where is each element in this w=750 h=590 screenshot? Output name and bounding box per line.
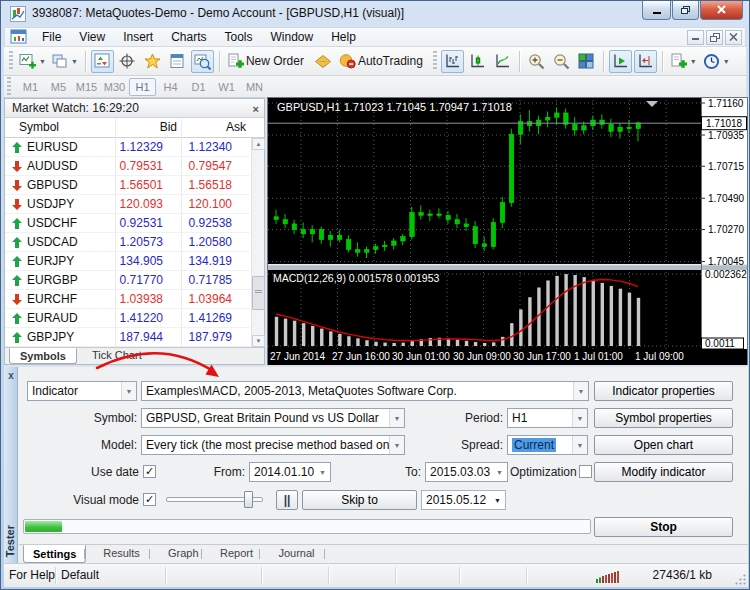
timeframe-m5[interactable]: M5 xyxy=(45,78,72,96)
menu-view[interactable]: View xyxy=(70,28,114,46)
tab-symbols[interactable]: Symbols xyxy=(9,348,77,364)
candlestick-chart-icon xyxy=(469,53,485,69)
autotrading-button[interactable]: AutoTrading xyxy=(337,50,429,73)
tester-close-icon[interactable]: x xyxy=(4,370,18,381)
timeframe-m30[interactable]: M30 xyxy=(101,78,128,96)
tester-tab-results[interactable]: Results xyxy=(94,545,149,563)
title-bar[interactable]: 3938087: MetaQuotes-Demo - Demo Account … xyxy=(1,1,749,26)
market-watch-scrollbar[interactable]: ▲ ▼ xyxy=(251,138,264,347)
tester-tab-journal[interactable]: Journal xyxy=(269,545,323,563)
chart-window[interactable]: GBPUSD,H1 1.71023 1.71045 1.70947 1.7101… xyxy=(268,98,747,365)
timeframe-d1[interactable]: D1 xyxy=(185,78,212,96)
market-watch-column-header[interactable]: Symbol Bid Ask xyxy=(5,118,264,138)
tester-tab-settings[interactable]: Settings xyxy=(23,545,86,563)
bid-value: 1.20573 xyxy=(120,235,163,249)
new-order-button[interactable]: New Order xyxy=(225,50,310,73)
mdi-minimize-button[interactable] xyxy=(687,30,704,45)
toolbar-drag-handle[interactable] xyxy=(433,51,437,71)
chart-shift-button[interactable] xyxy=(634,50,657,73)
period-select[interactable]: H1 ▼ xyxy=(507,408,588,428)
test-type-select[interactable]: Indicator ▼ xyxy=(27,381,137,401)
to-date-select[interactable]: 2015.03.03 ▼ xyxy=(425,462,508,482)
menu-file[interactable]: File xyxy=(33,28,70,46)
symbol-row-eurchf[interactable]: EURCHF1.039381.03964 xyxy=(5,290,250,309)
candlestick-chart-button[interactable] xyxy=(466,50,489,73)
data-window-button[interactable] xyxy=(166,50,189,73)
skip-date-select[interactable]: 2015.05.12 ▼ xyxy=(421,490,506,510)
from-date-select[interactable]: 2014.01.10 ▼ xyxy=(249,462,331,482)
symbol-row-eurgbp[interactable]: EURGBP0.717700.71785 xyxy=(5,271,250,290)
symbol-name: USDCHF xyxy=(27,216,77,230)
use-date-checkbox[interactable]: ✓ xyxy=(143,465,156,478)
menu-tools[interactable]: Tools xyxy=(216,28,262,46)
maximize-button[interactable] xyxy=(672,1,699,20)
tester-tab-report[interactable]: Report xyxy=(211,545,262,563)
modify-indicator-button[interactable]: Modify indicator xyxy=(594,462,733,482)
menu-insert[interactable]: Insert xyxy=(114,28,162,46)
line-chart-button[interactable] xyxy=(491,50,514,73)
bid-value: 0.71770 xyxy=(120,273,163,287)
minimize-button[interactable] xyxy=(642,1,671,20)
toolbar-drag-handle[interactable] xyxy=(7,77,11,97)
menu-help[interactable]: Help xyxy=(322,28,365,46)
timeframe-w1[interactable]: W1 xyxy=(213,78,240,96)
timeframe-mn[interactable]: MN xyxy=(241,78,268,96)
timeframe-m1[interactable]: M1 xyxy=(17,78,44,96)
new-chart-button[interactable]: ▼ xyxy=(17,50,48,73)
menu-window[interactable]: Window xyxy=(262,28,323,46)
indicator-properties-button[interactable]: Indicator properties xyxy=(594,381,733,401)
menu-charts[interactable]: Charts xyxy=(162,28,215,46)
pause-button[interactable]: || xyxy=(276,490,298,510)
optimization-checkbox[interactable] xyxy=(579,465,592,478)
profiles-button[interactable]: ▼ xyxy=(50,50,80,73)
crosshair-button[interactable] xyxy=(116,50,139,73)
scrollbar-thumb[interactable] xyxy=(252,276,265,310)
spread-select[interactable]: Current ▼ xyxy=(507,435,588,455)
scroll-up-icon[interactable]: ▲ xyxy=(252,138,265,150)
mdi-close-button[interactable] xyxy=(725,30,742,45)
symbol-select[interactable]: GBPUSD, Great Britain Pound vs US Dollar… xyxy=(141,408,405,428)
chart-area[interactable]: GBPUSD,H1 1.71023 1.71045 1.70947 1.7101… xyxy=(268,98,747,365)
timeframe-m15[interactable]: M15 xyxy=(73,78,100,96)
symbol-properties-button[interactable]: Symbol properties xyxy=(594,408,733,428)
zoom-out-button[interactable] xyxy=(550,50,573,73)
expert-advisors-button[interactable] xyxy=(312,50,335,73)
add-indicator-button[interactable]: ▼ xyxy=(668,50,699,73)
symbol-row-gbpusd[interactable]: GBPUSD1.565011.56518 xyxy=(5,176,250,195)
timeframe-h4[interactable]: H4 xyxy=(157,78,184,96)
tab-tick-chart[interactable]: Tick Chart xyxy=(82,348,152,364)
stop-button[interactable]: Stop xyxy=(594,517,733,537)
symbol-row-gbpjpy[interactable]: GBPJPY187.944187.979 xyxy=(5,328,250,347)
auto-scroll-button[interactable] xyxy=(609,50,632,73)
mdi-restore-button[interactable] xyxy=(706,30,723,45)
timeframe-h1[interactable]: H1 xyxy=(129,78,156,96)
open-chart-button[interactable]: Open chart xyxy=(594,435,733,455)
model-select[interactable]: Every tick (the most precise method base… xyxy=(141,435,405,455)
visual-mode-checkbox[interactable]: ✓ xyxy=(143,493,156,506)
periods-button[interactable]: ▼ xyxy=(701,50,732,73)
symbol-row-eurjpy[interactable]: EURJPY134.905134.919 xyxy=(5,252,250,271)
market-watch-toggle-button[interactable] xyxy=(91,50,114,73)
toolbar-drag-handle[interactable] xyxy=(9,51,13,71)
symbol-row-eurusd[interactable]: EURUSD1.123291.12340 xyxy=(5,138,250,157)
indicator-select[interactable]: Examples\MACD, 2005-2013, MetaQuotes Sof… xyxy=(141,381,589,401)
symbol-row-usdcad[interactable]: USDCAD1.205731.20580 xyxy=(5,233,250,252)
market-watch-close-icon[interactable]: × xyxy=(253,100,259,118)
symbol-row-audusd[interactable]: AUDUSD0.795310.79547 xyxy=(5,157,250,176)
status-profile[interactable]: Default xyxy=(56,567,166,584)
symbol-row-usdchf[interactable]: USDCHF0.925310.92538 xyxy=(5,214,250,233)
tile-windows-button[interactable] xyxy=(575,50,598,73)
scroll-down-icon[interactable]: ▼ xyxy=(252,335,265,347)
ask-value: 134.919 xyxy=(189,254,232,268)
strategy-tester-button[interactable] xyxy=(191,50,214,73)
close-button[interactable] xyxy=(700,1,743,20)
symbol-row-euraud[interactable]: EURAUD1.412201.41269 xyxy=(5,309,250,328)
zoom-in-button[interactable] xyxy=(525,50,548,73)
favorites-button[interactable] xyxy=(141,50,164,73)
resize-grip[interactable] xyxy=(734,573,747,586)
symbol-row-usdjpy[interactable]: USDJPY120.093120.100 xyxy=(5,195,250,214)
bar-chart-button[interactable] xyxy=(441,50,464,73)
slider-handle[interactable] xyxy=(244,491,253,508)
skip-to-button[interactable]: Skip to xyxy=(302,490,417,510)
up-arrow-icon xyxy=(12,313,22,324)
